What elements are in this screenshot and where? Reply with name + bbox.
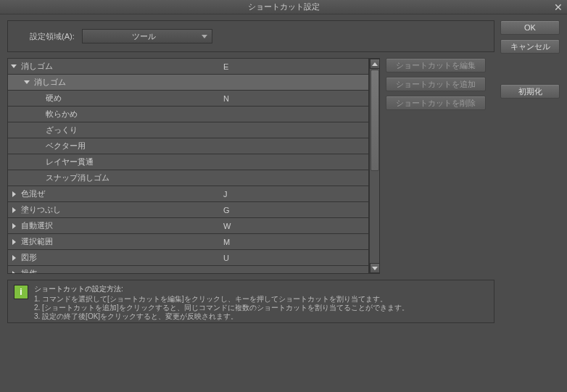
expander-placeholder xyxy=(34,110,43,119)
tree-row-shortcut: J xyxy=(223,190,368,199)
scroll-up-button[interactable] xyxy=(370,59,380,69)
tree-row[interactable]: 軟らかめ xyxy=(8,107,368,122)
tree-row-label: 図形 xyxy=(21,252,37,263)
tree-row-label: 消しゴム xyxy=(21,61,53,72)
tree-row-label: 自動選択 xyxy=(21,220,53,231)
tree-row[interactable]: 消しゴム xyxy=(8,75,368,91)
expand-icon[interactable] xyxy=(9,206,18,214)
expander-placeholder xyxy=(34,174,43,183)
chevron-up-icon xyxy=(372,62,378,66)
expander-placeholder xyxy=(34,126,43,135)
tree-row[interactable]: 操作 xyxy=(8,266,368,273)
scroll-track[interactable] xyxy=(370,69,380,263)
tree-row-label: 色混ぜ xyxy=(21,188,45,199)
tree-row[interactable]: 塗りつぶしG xyxy=(8,202,368,218)
delete-shortcut-button[interactable]: ショートカットを削除 xyxy=(386,96,486,110)
area-dropdown[interactable]: ツール xyxy=(82,29,212,43)
tree-row[interactable]: 硬めN xyxy=(8,91,368,107)
tree-row-label: 操作 xyxy=(21,268,37,273)
tree-row-label: ざっくり xyxy=(46,125,78,135)
chevron-down-icon xyxy=(202,35,207,38)
tree-row[interactable]: スナップ消しゴム xyxy=(8,170,368,186)
tree-row-label: レイヤー貫通 xyxy=(46,157,94,167)
tree-row-shortcut: W xyxy=(223,222,368,230)
tree-row[interactable]: ベクター用 xyxy=(8,138,368,154)
expand-icon[interactable] xyxy=(9,222,18,230)
tree-row-label: 硬め xyxy=(46,93,62,104)
add-shortcut-button[interactable]: ショートカットを追加 xyxy=(386,77,486,91)
expander-placeholder xyxy=(34,158,43,167)
tree-row[interactable]: 図形U xyxy=(8,250,368,266)
expand-icon[interactable] xyxy=(9,190,18,199)
tree-row[interactable]: ざっくり xyxy=(8,122,368,138)
info-line-1: 1. コマンドを選択して[ショートカットを編集]をクリックし、キーを押してショー… xyxy=(34,295,409,304)
tree-row[interactable]: 選択範囲M xyxy=(8,234,368,250)
expander-placeholder xyxy=(34,94,43,103)
tree-row-label: 塗りつぶし xyxy=(21,204,61,215)
shortcut-tree: 消しゴムE消しゴム硬めN軟らかめざっくりベクター用レイヤー貫通スナップ消しゴム色… xyxy=(7,58,380,274)
tree-row-shortcut: G xyxy=(223,206,368,214)
area-dropdown-value: ツール xyxy=(87,31,202,42)
tree-row-label: 消しゴム xyxy=(34,77,66,88)
edit-shortcut-button[interactable]: ショートカットを編集 xyxy=(386,58,486,72)
collapse-icon[interactable] xyxy=(9,62,18,71)
tree-row-shortcut: U xyxy=(223,254,368,262)
window-title: ショートカット設定 xyxy=(248,1,320,12)
expand-icon[interactable] xyxy=(9,270,18,274)
tree-row-label: 選択範囲 xyxy=(21,236,53,247)
tree-row-shortcut: E xyxy=(223,62,368,71)
tree-row[interactable]: 色混ぜJ xyxy=(8,186,368,202)
scroll-thumb[interactable] xyxy=(371,70,379,171)
expand-icon[interactable] xyxy=(9,238,18,246)
close-icon[interactable]: ✕ xyxy=(552,1,564,13)
ok-button[interactable]: OK xyxy=(500,20,560,35)
tree-row-label: スナップ消しゴム xyxy=(46,172,109,183)
info-box: i ショートカットの設定方法: 1. コマンドを選択して[ショートカットを編集]… xyxy=(7,280,494,323)
tree-row-shortcut: M xyxy=(223,238,368,246)
tree-row[interactable]: 自動選択W xyxy=(8,218,368,234)
area-label: 設定領域(A): xyxy=(30,31,75,42)
expander-placeholder xyxy=(34,142,43,151)
tree-row-label: ベクター用 xyxy=(46,141,86,151)
tree-row-label: 軟らかめ xyxy=(46,109,78,120)
cancel-button[interactable]: キャンセル xyxy=(500,39,560,54)
tree-row[interactable]: レイヤー貫通 xyxy=(8,154,368,170)
area-row: 設定領域(A): ツール xyxy=(7,20,494,52)
collapse-icon[interactable] xyxy=(22,78,31,87)
title-bar: ショートカット設定 ✕ xyxy=(0,0,567,14)
scroll-down-button[interactable] xyxy=(370,263,380,273)
expand-icon[interactable] xyxy=(9,254,18,262)
reset-button[interactable]: 初期化 xyxy=(500,84,560,99)
info-icon: i xyxy=(14,285,28,299)
tree-row[interactable]: 消しゴムE xyxy=(8,59,368,75)
info-line-2: 2. [ショートカットを追加]をクリックすると、同じコマンドに複数のショートカッ… xyxy=(34,304,409,312)
scrollbar[interactable] xyxy=(369,59,379,273)
info-line-3: 3. 設定の終了後[OK]をクリックすると、変更が反映されます。 xyxy=(34,312,409,321)
tree-row-shortcut: N xyxy=(223,94,368,103)
chevron-down-icon xyxy=(372,267,378,270)
info-header: ショートカットの設定方法: xyxy=(34,285,409,293)
